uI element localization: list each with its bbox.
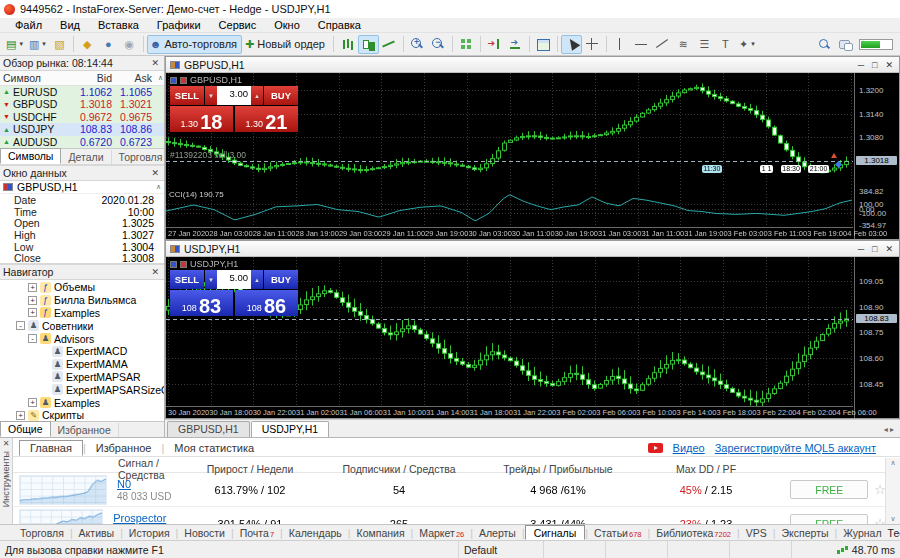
- broadcast-button[interactable]: ◉: [119, 35, 140, 54]
- free-price-button[interactable]: FREE: [790, 480, 868, 499]
- lot-value[interactable]: 3.00: [217, 86, 251, 105]
- maximize-icon[interactable]: □: [872, 60, 877, 70]
- register-mql5-link[interactable]: Зарегистрируйте MQL5 аккаунт: [715, 442, 876, 454]
- bottom-tab-9[interactable]: Сигналы: [525, 525, 586, 540]
- status-profile[interactable]: Default: [459, 541, 544, 558]
- symbols-button[interactable]: ◆: [77, 35, 98, 54]
- auto-scroll-button[interactable]: [505, 35, 526, 54]
- chart-window-titlebar[interactable]: GBPUSD,H1 ─ □ ✕: [166, 57, 899, 73]
- status-latency[interactable]: 48.70 ms: [792, 541, 900, 558]
- signal-name-link[interactable]: N0: [117, 478, 131, 490]
- line-chart-button[interactable]: [379, 35, 400, 54]
- bars-chart-button[interactable]: [337, 35, 358, 54]
- bottom-tab-10[interactable]: Статьи678: [588, 527, 648, 539]
- expand-icon[interactable]: +: [28, 308, 37, 317]
- objects-window-button[interactable]: [533, 35, 554, 54]
- tree-item[interactable]: +♟ExpertMAMA: [0, 358, 164, 371]
- chart-mini-icon[interactable]: [170, 77, 177, 84]
- lot-increase-button[interactable]: ▲: [251, 270, 263, 289]
- tree-item[interactable]: +ƒБилла Вильямса: [0, 294, 164, 307]
- bottom-tab-13[interactable]: Эксперты: [776, 527, 835, 539]
- buy-price[interactable]: 1.3021: [235, 106, 298, 132]
- market-watch-row[interactable]: ▼USDCHF0.96720.9675: [0, 111, 164, 124]
- bottom-tab-6[interactable]: Компания: [351, 527, 411, 539]
- bottom-tab-12[interactable]: VPS: [740, 527, 773, 539]
- tree-item[interactable]: +♟ExpertMACD: [0, 345, 164, 358]
- navigator-tab-Избранное[interactable]: Избранное: [51, 423, 119, 437]
- tree-item[interactable]: +♟ExpertMAPSARSizeOptim: [0, 383, 164, 396]
- collapse-icon[interactable]: -: [28, 334, 37, 343]
- buy-price[interactable]: 10886: [235, 290, 298, 316]
- tree-item[interactable]: -♟Советники: [0, 319, 164, 332]
- close-icon[interactable]: ✕: [149, 267, 161, 277]
- bottom-tab-3[interactable]: Новости: [178, 527, 231, 539]
- zoom-out-button[interactable]: [428, 35, 449, 54]
- expand-icon[interactable]: +: [28, 296, 37, 305]
- tree-item[interactable]: +♟ExpertMAPSAR: [0, 371, 164, 384]
- chat-button[interactable]: [834, 35, 855, 54]
- signal-row[interactable]: N048 033 USD613.79% / 102544 968 /61%45%…: [13, 473, 900, 507]
- tree-item[interactable]: +ƒОбъемы: [0, 281, 164, 294]
- profiles-button[interactable]: ▥▾: [26, 35, 49, 54]
- bottom-tab-11[interactable]: Библиотека7202: [650, 527, 737, 539]
- column-ask[interactable]: Ask: [115, 72, 155, 84]
- close-icon[interactable]: ✕: [885, 244, 893, 254]
- column-bid[interactable]: Bid: [71, 72, 115, 84]
- fibonacci-button[interactable]: ≋: [673, 35, 694, 54]
- cursor-button[interactable]: [561, 35, 582, 54]
- market-watch-row[interactable]: ▼GBPUSD1.30181.3021: [0, 98, 164, 111]
- menu-item-3[interactable]: Графики: [148, 19, 210, 31]
- tree-item[interactable]: +ƒExamples: [0, 307, 164, 320]
- bottom-tab-5[interactable]: Календарь: [283, 527, 348, 539]
- menu-item-2[interactable]: Вставка: [89, 19, 148, 31]
- gbpusd-chart-body[interactable]: GBPUSD,H1 SELL ▼ 3.00 ▲ BUY: [166, 73, 899, 239]
- market-watch-tab-Торговля[interactable]: Торговля: [112, 150, 164, 164]
- search-button[interactable]: [813, 35, 834, 54]
- navigator-tab-Общие[interactable]: Общие: [0, 421, 51, 437]
- autotrade-button[interactable]: ☻Авто-торговля: [147, 35, 242, 54]
- lot-decrease-button[interactable]: ▼: [205, 270, 217, 289]
- new-chart-button[interactable]: ▤▾: [3, 35, 26, 54]
- toolbox-tab-1[interactable]: Избранное: [86, 441, 162, 455]
- menu-item-0[interactable]: Файл: [6, 19, 51, 31]
- scroll-up-icon[interactable]: ∧: [155, 74, 164, 82]
- gbpusd-price-axis[interactable]: 1.32001.31401.30801.3018384.82100.000.00…: [854, 73, 899, 239]
- expand-icon[interactable]: +: [28, 398, 37, 407]
- vertical-line-button[interactable]: [610, 35, 631, 54]
- lot-value[interactable]: 5.00: [217, 270, 251, 289]
- shift-end-button[interactable]: [484, 35, 505, 54]
- candles-chart-button[interactable]: [358, 35, 379, 54]
- shapes-button[interactable]: ✦▾: [736, 35, 758, 54]
- video-link[interactable]: Видео: [673, 442, 705, 454]
- menu-item-6[interactable]: Справка: [309, 19, 370, 31]
- market-watch-tab-Детали[interactable]: Детали: [61, 150, 111, 164]
- text-button[interactable]: T: [715, 35, 736, 54]
- toolbox-tab-2[interactable]: Моя статистика: [164, 441, 264, 455]
- menu-item-5[interactable]: Окно: [265, 19, 309, 31]
- chart-mini-icon[interactable]: [170, 261, 177, 268]
- buy-button[interactable]: BUY: [264, 270, 298, 289]
- channel-button[interactable]: ☰: [694, 35, 715, 54]
- column-symbol[interactable]: Символ: [0, 72, 71, 84]
- maximize-icon[interactable]: □: [872, 244, 877, 254]
- tree-item[interactable]: +♟Examples: [0, 396, 164, 409]
- trendline-button[interactable]: [652, 35, 673, 54]
- close-icon[interactable]: ✕: [885, 60, 893, 70]
- toolbox-scrollbar[interactable]: ∧ ∨: [885, 458, 900, 524]
- minimize-icon[interactable]: ─: [858, 244, 864, 254]
- market-watch-row[interactable]: ▲AUDUSD0.67200.6723: [0, 136, 164, 149]
- zoom-in-button[interactable]: [407, 35, 428, 54]
- sell-price[interactable]: 1.3018: [170, 106, 233, 132]
- signal-name-link[interactable]: Prospector Scalper EA: [113, 512, 168, 525]
- tab-scroll-arrows[interactable]: ◂ ▸: [880, 425, 898, 437]
- gbpusd-time-axis[interactable]: 27 Jan 202028 Jan 03:0028 Jan 11:0028 Ja…: [166, 227, 853, 239]
- chart-window-titlebar[interactable]: USDJPY,H1 ─ □ ✕: [166, 241, 899, 257]
- bottom-tab-4[interactable]: Почта7: [234, 527, 280, 539]
- chart-tab-USDJPY,H1[interactable]: USDJPY,H1: [251, 421, 329, 437]
- usdjpy-chart-body[interactable]: USDJPY,H1 SELL ▼ 5.00 ▲ BUY: [166, 257, 899, 418]
- menu-item-4[interactable]: Сервис: [210, 19, 266, 31]
- bottom-tab-7[interactable]: Маркет26: [413, 527, 470, 539]
- close-icon[interactable]: ✕: [3, 439, 10, 448]
- menu-item-1[interactable]: Вид: [51, 19, 89, 31]
- scroll-up-icon[interactable]: ∧: [890, 459, 895, 467]
